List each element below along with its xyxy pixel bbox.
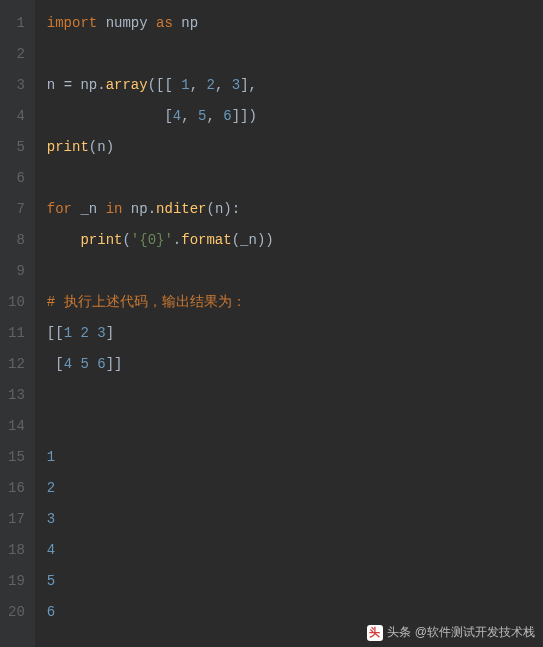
line-number: 9 xyxy=(8,256,25,287)
code-token: 6 xyxy=(47,604,55,620)
code-token: , xyxy=(190,77,207,93)
line-number: 19 xyxy=(8,566,25,597)
code-area: import numpy as npn = np.array([[ 1, 2, … xyxy=(35,0,543,647)
code-token: import xyxy=(47,15,106,31)
code-line: 4 xyxy=(47,535,543,566)
code-line xyxy=(47,163,543,194)
code-token: np xyxy=(131,201,148,217)
code-token: = xyxy=(64,77,81,93)
code-line: 5 xyxy=(47,566,543,597)
code-token: [ xyxy=(47,356,64,372)
line-number: 20 xyxy=(8,597,25,628)
line-number: 14 xyxy=(8,411,25,442)
code-line: [[1 2 3] xyxy=(47,318,543,349)
code-line xyxy=(47,39,543,70)
watermark-prefix: 头条 xyxy=(387,624,411,641)
line-number: 18 xyxy=(8,535,25,566)
code-token: 1 xyxy=(47,449,55,465)
line-number: 10 xyxy=(8,287,25,318)
line-number: 17 xyxy=(8,504,25,535)
code-token: # 执行上述代码，输出结果为： xyxy=(47,294,246,310)
code-token: (_n)) xyxy=(232,232,274,248)
code-token: (n): xyxy=(207,201,241,217)
line-number: 12 xyxy=(8,349,25,380)
code-token: ([[ xyxy=(148,77,182,93)
code-line: 1 xyxy=(47,442,543,473)
line-number: 8 xyxy=(8,225,25,256)
code-line: [4 5 6]] xyxy=(47,349,543,380)
line-number: 1 xyxy=(8,8,25,39)
code-token: , xyxy=(206,108,223,124)
line-number: 15 xyxy=(8,442,25,473)
code-token: numpy xyxy=(106,15,156,31)
line-number: 5 xyxy=(8,132,25,163)
code-token: 4 xyxy=(173,108,181,124)
code-token: (n) xyxy=(89,139,114,155)
line-number: 16 xyxy=(8,473,25,504)
code-editor: 1234567891011121314151617181920 import n… xyxy=(0,0,543,647)
code-line: n = np.array([[ 1, 2, 3], xyxy=(47,70,543,101)
code-token: for xyxy=(47,201,81,217)
code-line: import numpy as np xyxy=(47,8,543,39)
line-number: 3 xyxy=(8,70,25,101)
line-number-gutter: 1234567891011121314151617181920 xyxy=(0,0,35,647)
code-line: print(n) xyxy=(47,132,543,163)
code-token: [ xyxy=(47,108,173,124)
code-token: _n xyxy=(80,201,105,217)
line-number: 11 xyxy=(8,318,25,349)
code-token: format xyxy=(181,232,231,248)
code-token: array xyxy=(106,77,148,93)
code-token: ]] xyxy=(106,356,123,372)
code-token: 6 xyxy=(223,108,231,124)
watermark-logo-icon: 头 xyxy=(367,625,383,641)
code-line xyxy=(47,256,543,287)
code-token: n xyxy=(47,77,64,93)
code-token: ] xyxy=(106,325,114,341)
code-token: 1 2 3 xyxy=(64,325,106,341)
code-token: 1 xyxy=(181,77,189,93)
code-line: for _n in np.nditer(n): xyxy=(47,194,543,225)
code-token: 2 xyxy=(47,480,55,496)
code-token: in xyxy=(106,201,131,217)
code-token: as xyxy=(156,15,181,31)
code-token: 4 5 6 xyxy=(64,356,106,372)
code-token: , xyxy=(181,108,198,124)
code-token xyxy=(47,232,81,248)
line-number: 2 xyxy=(8,39,25,70)
code-line: print('{0}'.format(_n)) xyxy=(47,225,543,256)
watermark: 头 头条 @软件测试开发技术栈 xyxy=(367,624,535,641)
code-token: ]]) xyxy=(232,108,257,124)
code-line: 2 xyxy=(47,473,543,504)
line-number: 13 xyxy=(8,380,25,411)
code-line: 3 xyxy=(47,504,543,535)
code-line xyxy=(47,380,543,411)
code-token: 3 xyxy=(232,77,240,93)
code-token: ( xyxy=(122,232,130,248)
code-token: . xyxy=(97,77,105,93)
code-token: ], xyxy=(240,77,257,93)
code-token: 2 xyxy=(207,77,215,93)
watermark-handle: @软件测试开发技术栈 xyxy=(415,624,535,641)
code-token: . xyxy=(173,232,181,248)
code-token: 3 xyxy=(47,511,55,527)
code-token: , xyxy=(215,77,232,93)
line-number: 6 xyxy=(8,163,25,194)
code-line xyxy=(47,411,543,442)
line-number: 4 xyxy=(8,101,25,132)
code-token: 4 xyxy=(47,542,55,558)
code-line: # 执行上述代码，输出结果为： xyxy=(47,287,543,318)
code-token: print xyxy=(80,232,122,248)
code-token: . xyxy=(148,201,156,217)
code-token: np xyxy=(181,15,198,31)
code-token: nditer xyxy=(156,201,206,217)
code-token: np xyxy=(80,77,97,93)
code-token: '{0}' xyxy=(131,232,173,248)
code-token: [[ xyxy=(47,325,64,341)
code-token: print xyxy=(47,139,89,155)
code-token: 5 xyxy=(47,573,55,589)
code-line: [4, 5, 6]]) xyxy=(47,101,543,132)
line-number: 7 xyxy=(8,194,25,225)
